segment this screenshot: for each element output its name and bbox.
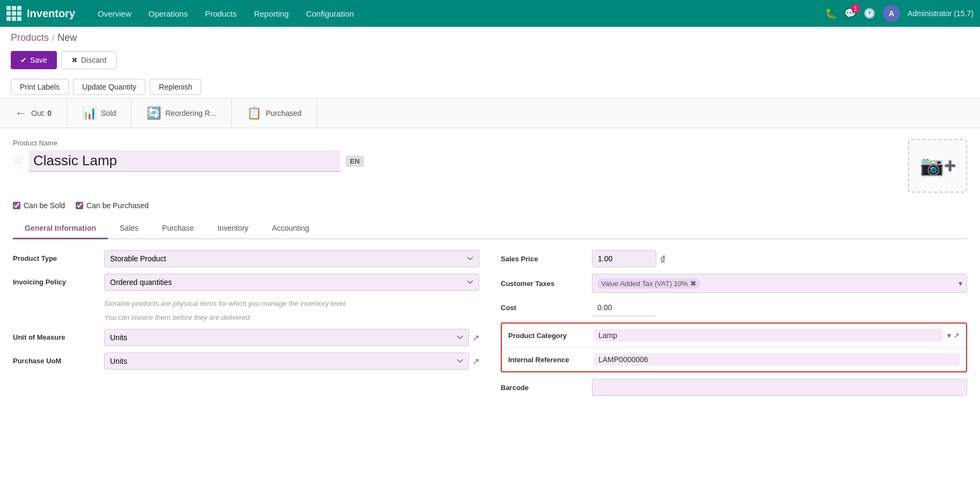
chat-icon[interactable]: 💬 1 — [844, 8, 856, 19]
update-quantity-button[interactable]: Update Quantity — [73, 79, 145, 95]
chat-badge: 1 — [851, 4, 860, 13]
hints-row: Storable products are physical items for… — [104, 297, 479, 322]
app-brand[interactable]: Inventory — [27, 8, 75, 20]
nav-overview[interactable]: Overview — [91, 6, 138, 21]
nav-reporting[interactable]: Reporting — [247, 6, 295, 21]
clock-icon[interactable]: 🕐 — [864, 8, 875, 19]
smart-btn-purchased[interactable]: 📋 Purchased — [232, 99, 317, 128]
sold-label: Sold — [101, 109, 116, 118]
nav-products[interactable]: Products — [199, 6, 243, 21]
uom-select[interactable]: Units — [104, 329, 469, 346]
taxes-dropdown-arrow[interactable]: ▾ — [959, 279, 962, 288]
invoicing-policy-wrap: Ordered quantities Delivered quantities — [104, 274, 479, 291]
tab-inventory[interactable]: Inventory — [206, 218, 260, 239]
purchase-uom-ext-link-icon[interactable]: ↗ — [472, 356, 479, 366]
customer-taxes-field[interactable]: Value Added Tax (VAT) 10% ✖ ▾ — [592, 274, 967, 293]
x-icon: ✖ — [71, 56, 78, 64]
breadcrumb: Products / New — [0, 27, 980, 47]
product-type-row: Product Type Storable Product Consumable… — [13, 250, 479, 267]
cost-label: Cost — [501, 304, 587, 312]
smart-btn-sold[interactable]: 📊 Sold — [67, 99, 131, 128]
can-be-purchased-checkbox[interactable] — [76, 202, 83, 209]
app-grid-icon[interactable] — [6, 6, 21, 21]
product-image-placeholder[interactable]: 📷➕ — [908, 139, 967, 193]
internal-reference-label: Internal Reference — [508, 356, 594, 364]
breadcrumb-current: New — [57, 32, 77, 43]
product-name-label: Product Name — [13, 139, 897, 147]
uom-ext-link-icon[interactable]: ↗ — [472, 333, 479, 343]
purchased-icon: 📋 — [247, 106, 261, 120]
bug-icon[interactable]: 🐛 — [825, 8, 837, 19]
out-label: Out: 0 — [31, 109, 52, 118]
product-type-label: Product Type — [13, 250, 99, 262]
product-name-input[interactable] — [29, 150, 340, 172]
purchase-uom-row: Purchase UoM Units ↗ — [13, 353, 479, 370]
replenish-button[interactable]: Replenish — [150, 79, 201, 95]
can-be-sold-checkbox[interactable] — [13, 202, 20, 209]
product-name-left: Product Name ☆ EN document.querySelector… — [13, 139, 897, 172]
favorite-star-icon[interactable]: ☆ — [13, 154, 24, 168]
product-category-dropdown-arrow[interactable]: ▾ — [947, 331, 951, 340]
save-button[interactable]: ✔ Save — [11, 51, 57, 69]
uom-row: Unit of Measure Units ↗ — [13, 329, 479, 346]
nav-operations[interactable]: Operations — [142, 6, 194, 21]
cost-row: Cost — [501, 299, 967, 316]
invoicing-policy-label: Invoicing Policy — [13, 274, 99, 286]
can-be-purchased-label: Can be Purchased — [86, 201, 149, 210]
product-category-row: Product Category ▾ ↗ — [502, 324, 966, 348]
reorder-icon: 🔄 — [147, 106, 161, 120]
can-be-purchased-check[interactable]: Can be Purchased — [76, 201, 149, 210]
vat-tax-tag: Value Added Tax (VAT) 10% ✖ — [597, 278, 700, 289]
sold-icon: 📊 — [82, 106, 97, 120]
uom-wrap: Units ↗ — [104, 329, 479, 346]
product-category-ext-link-icon[interactable]: ↗ — [953, 331, 960, 340]
reorder-label: Reordering R... — [165, 109, 216, 118]
user-name[interactable]: Administrator (15.7) — [908, 9, 974, 18]
breadcrumb-parent[interactable]: Products — [11, 32, 49, 43]
nav-right: 🐛 💬 1 🕐 A Administrator (15.7) — [825, 5, 974, 22]
tab-purchase[interactable]: Purchase — [150, 218, 206, 239]
invoicing-policy-select[interactable]: Ordered quantities Delivered quantities — [104, 274, 479, 291]
purchase-uom-select[interactable]: Units — [104, 353, 469, 370]
tab-general-information[interactable]: General Information — [13, 218, 108, 239]
form-grid: Product Type Storable Product Consumable… — [13, 250, 967, 402]
purchased-label: Purchased — [266, 109, 302, 118]
cost-input[interactable] — [592, 299, 656, 316]
smart-btn-reorder[interactable]: 🔄 Reordering R... — [131, 99, 232, 128]
internal-reference-input[interactable] — [594, 353, 960, 366]
print-labels-button[interactable]: Print Labels — [11, 79, 69, 95]
product-type-select[interactable]: Storable Product Consumable Service — [104, 250, 479, 267]
product-category-label: Product Category — [508, 332, 594, 340]
can-be-sold-label: Can be Sold — [24, 201, 65, 210]
product-name-row: ☆ EN — [13, 150, 897, 172]
sales-price-input[interactable] — [592, 250, 656, 267]
smart-btn-out[interactable]: ← Out: 0 — [0, 99, 67, 128]
currency-symbol: đ — [661, 254, 665, 263]
tab-sales[interactable]: Sales — [108, 218, 150, 239]
tab-accounting[interactable]: Accounting — [260, 218, 321, 239]
lang-badge[interactable]: EN — [346, 156, 364, 167]
remove-tax-button[interactable]: ✖ — [690, 280, 696, 288]
product-name-section: Product Name ☆ EN document.querySelector… — [13, 139, 967, 193]
customer-taxes-value: Value Added Tax (VAT) 10% ✖ ▾ — [592, 274, 967, 293]
uom-label: Unit of Measure — [13, 329, 99, 341]
nav-configuration[interactable]: Configuration — [299, 6, 360, 21]
hint-storable: Storable products are physical items for… — [104, 298, 479, 309]
highlighted-fields-box: Product Category ▾ ↗ Internal Reference — [501, 322, 967, 372]
user-avatar[interactable]: A — [883, 5, 900, 22]
can-be-sold-check[interactable]: Can be Sold — [13, 201, 65, 210]
sales-price-row: Sales Price đ — [501, 250, 967, 267]
breadcrumb-separator: / — [52, 33, 54, 42]
customer-taxes-label: Customer Taxes — [501, 280, 587, 288]
barcode-label: Barcode — [501, 384, 587, 392]
discard-button[interactable]: ✖ Discard — [61, 51, 116, 69]
form-section-left: Product Type Storable Product Consumable… — [13, 250, 479, 402]
product-category-input[interactable] — [594, 329, 943, 342]
top-nav: Inventory Overview Operations Products R… — [0, 0, 980, 27]
form-area: Product Name ☆ EN document.querySelector… — [0, 128, 980, 413]
barcode-input[interactable] — [592, 379, 967, 396]
hint-invoice: You can invoice them before they are del… — [104, 312, 479, 323]
customer-taxes-row: Customer Taxes Value Added Tax (VAT) 10%… — [501, 274, 967, 293]
checkbox-row: Can be Sold Can be Purchased — [13, 201, 967, 210]
invoicing-policy-row: Invoicing Policy Ordered quantities Deli… — [13, 274, 479, 291]
